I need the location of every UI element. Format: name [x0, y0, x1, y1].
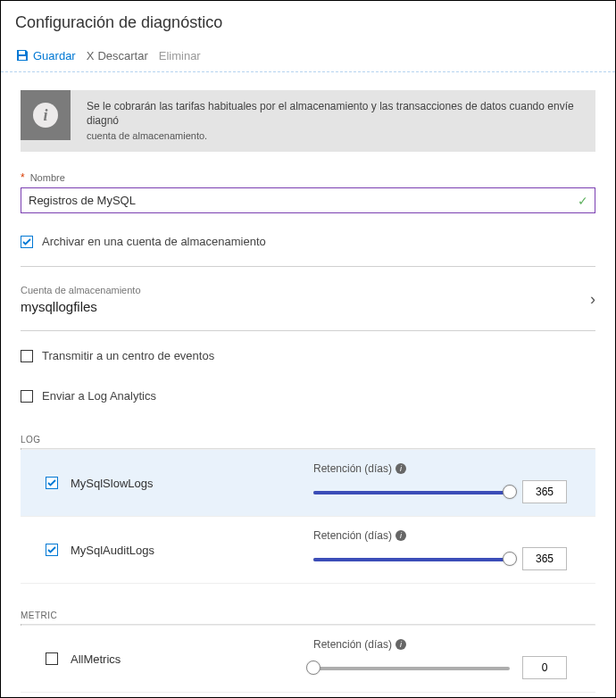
- info-banner-text: Se le cobrarán las tarifas habituales po…: [87, 90, 595, 152]
- name-field-label: * Nombre: [21, 171, 595, 184]
- category-checkbox[interactable]: [46, 544, 58, 556]
- stream-checkbox[interactable]: [21, 350, 33, 362]
- retention-slider[interactable]: [313, 487, 510, 496]
- divider: [21, 330, 595, 331]
- discard-button[interactable]: X Descartar: [87, 49, 148, 62]
- save-button[interactable]: Guardar: [15, 48, 76, 62]
- stream-label: Transmitir a un centro de eventos: [42, 349, 214, 362]
- retention-label: Retención (días)i: [313, 638, 595, 651]
- loganalytics-option-row[interactable]: Enviar a Log Analytics: [21, 384, 595, 408]
- loganalytics-label: Enviar a Log Analytics: [42, 389, 156, 403]
- retention-value-input[interactable]: [522, 656, 567, 679]
- close-icon: X: [87, 49, 95, 62]
- chevron-right-icon: ›: [590, 290, 595, 309]
- archive-checkbox[interactable]: [21, 236, 33, 248]
- archive-label: Archivar en una cuenta de almacenamiento: [42, 235, 266, 248]
- category-row: AllMetricsRetención (días)i: [21, 626, 595, 693]
- info-banner: i Se le cobrarán las tarifas habituales …: [21, 90, 595, 152]
- retention-label: Retención (días)i: [313, 529, 595, 542]
- info-banner-sub: cuenta de almacenamiento.: [87, 129, 587, 143]
- discard-label: Descartar: [97, 49, 147, 62]
- storage-value: mysqllogfiles: [21, 299, 141, 314]
- info-icon: i: [33, 103, 58, 128]
- retention-label: Retención (días)i: [313, 462, 595, 475]
- category-row: MySqlAuditLogsRetención (días)i: [21, 517, 595, 584]
- divider: [21, 266, 595, 267]
- category-name: MySqlSlowLogs: [71, 477, 154, 490]
- valid-check-icon: ✓: [578, 194, 588, 208]
- save-icon: [15, 48, 29, 62]
- loganalytics-checkbox[interactable]: [21, 390, 33, 403]
- check-icon: [22, 237, 31, 246]
- storage-account-picker[interactable]: Cuenta de almacenamiento mysqllogfiles ›: [21, 279, 595, 318]
- storage-label: Cuenta de almacenamiento: [21, 285, 141, 295]
- category-checkbox[interactable]: [46, 477, 58, 489]
- info-icon[interactable]: i: [395, 463, 406, 474]
- category-row: MySqlSlowLogsRetención (días)i: [21, 450, 595, 517]
- category-name: MySqlAuditLogs: [71, 544, 154, 557]
- retention-slider[interactable]: [313, 663, 510, 672]
- delete-button[interactable]: Eliminar: [159, 49, 201, 62]
- metric-section-header: METRIC: [21, 611, 595, 620]
- info-icon[interactable]: i: [395, 639, 406, 650]
- delete-label: Eliminar: [159, 49, 201, 62]
- page-title: Configuración de diagnóstico: [1, 1, 615, 41]
- category-checkbox[interactable]: [46, 652, 58, 665]
- name-input[interactable]: [21, 187, 595, 213]
- toolbar: Guardar X Descartar Eliminar: [1, 41, 615, 72]
- info-banner-main: Se le cobrarán las tarifas habituales po…: [87, 99, 587, 128]
- stream-option-row[interactable]: Transmitir a un centro de eventos: [21, 344, 595, 368]
- retention-value-input[interactable]: [522, 547, 567, 570]
- info-icon[interactable]: i: [395, 530, 406, 541]
- retention-value-input[interactable]: [522, 480, 567, 503]
- retention-slider[interactable]: [313, 554, 510, 563]
- save-label: Guardar: [33, 49, 76, 62]
- required-indicator: *: [21, 171, 25, 184]
- category-name: AllMetrics: [71, 652, 121, 666]
- info-icon-wrap: i: [21, 90, 71, 140]
- log-section-header: LOG: [21, 435, 595, 445]
- archive-option-row[interactable]: Archivar en una cuenta de almacenamiento: [21, 229, 595, 253]
